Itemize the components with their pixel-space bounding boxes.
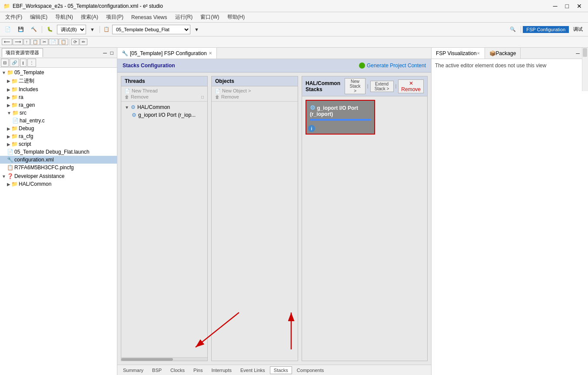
config-arrow[interactable]: ▼ — [191, 26, 202, 33]
fsp-viz-tab[interactable]: FSP Visualization ✕ — [432, 48, 485, 59]
search-btn[interactable]: 🔍 — [507, 25, 519, 33]
config-icon: 🔧 — [7, 157, 13, 163]
project-explorer-tab[interactable]: 项目资源管理器 — [2, 48, 43, 57]
close-btn[interactable]: ✕ — [574, 3, 585, 10]
component-box[interactable]: ⚙ g_ioport I/O Port (r_ioport) i — [306, 100, 375, 135]
debug-btn[interactable]: 🐛 — [44, 25, 56, 33]
tree-label: R7FA6M5BH3CFC.pincfg — [14, 164, 74, 171]
dev-icon: ❓ — [7, 173, 13, 179]
threads-scrollbar[interactable] — [121, 357, 207, 361]
save-btn[interactable]: 💾 — [15, 25, 27, 33]
menu-navigate[interactable]: 导航(N) — [52, 13, 76, 22]
right-panel: FSP Visualization ✕ 📦 Package ─ □ The ac… — [432, 48, 588, 375]
menu-help[interactable]: 帮助(H) — [224, 13, 249, 22]
folder-icon: 📁 — [11, 141, 18, 147]
tree-item-dev-assist[interactable]: ▼ ❓ Developer Assistance — [0, 172, 117, 180]
tab-clocks[interactable]: Clocks — [166, 366, 189, 374]
build-btn[interactable]: 🔨 — [28, 25, 40, 33]
tb2-btn9[interactable]: ✏ — [80, 39, 87, 45]
fsp-config-tab[interactable]: 🔧 [05_Template] FSP Configuration ✕ — [117, 48, 217, 59]
tb2-btn2[interactable]: ⟶ — [13, 39, 23, 45]
maximize-btn[interactable]: □ — [563, 3, 571, 10]
debug-config-dropdown[interactable]: 调试(B) — [57, 25, 86, 34]
menu-edit[interactable]: 编辑(E) — [27, 13, 51, 22]
tb2-btn8[interactable]: ⟳ — [71, 39, 79, 45]
tree-item-ra-gen[interactable]: ▶ 📁 ra_gen — [0, 101, 117, 109]
tb2-btn3[interactable]: ↑ — [23, 39, 30, 45]
remove-stack-btn[interactable]: ✕ Remove — [398, 79, 424, 93]
left-panel-minimize[interactable]: ─ — [101, 50, 109, 56]
new-thread-btn[interactable]: 📄 New Thread — [125, 88, 204, 93]
g-ioport-icon: ⚙ — [132, 112, 136, 118]
tab-pins[interactable]: Pins — [189, 366, 206, 374]
rm-label: Remove — [221, 94, 239, 99]
tab-summary[interactable]: Summary — [119, 366, 147, 374]
tab-bsp[interactable]: BSP — [148, 366, 166, 374]
right-scrollbar[interactable] — [582, 48, 588, 91]
remove-stack-label: Remove — [401, 86, 421, 92]
file-icon: 📄 — [7, 149, 13, 155]
hal-common-item[interactable]: ▼ ⚙ HAL/Common — [123, 103, 206, 111]
info-circle-icon[interactable]: i — [308, 125, 315, 132]
remove-thread-btn[interactable]: 🗑 Remove □ — [125, 94, 204, 99]
tb2-btn5[interactable]: ✂ — [40, 39, 48, 45]
minimize-btn[interactable]: ─ — [551, 3, 560, 10]
collapse-all-btn[interactable]: ⊟ — [1, 59, 9, 67]
component-name: g_ioport I/O Port — [317, 105, 358, 111]
tb2-btn4[interactable]: 📋 — [30, 39, 40, 45]
new-stack-btn[interactable]: New Stack > — [345, 78, 365, 94]
generate-btn[interactable]: Generate Project Content — [359, 62, 426, 69]
package-tab[interactable]: 📦 Package — [485, 48, 521, 59]
tree-item-05template[interactable]: ▼ 📁 05_Template — [0, 69, 117, 76]
tree-item-config-xml[interactable]: 🔧 configuration.xml — [0, 156, 117, 164]
threads-header: Threads — [121, 76, 207, 86]
menu-window[interactable]: 窗口(W) — [197, 13, 223, 22]
tree-item-ra[interactable]: ▶ 📁 ra — [0, 93, 117, 101]
hal-common-arrow: ▼ — [125, 105, 129, 110]
extend-stack-btn[interactable]: Extend Stack > — [370, 81, 394, 92]
tb2-btn1[interactable]: ⟵ — [2, 39, 12, 45]
fsp-config-btn[interactable]: FSP Configuration — [523, 26, 569, 33]
menu-search[interactable]: 搜索(A) — [77, 13, 102, 22]
tree-item-ra-cfg[interactable]: ▶ 📁 ra_cfg — [0, 132, 117, 140]
tree-item-hal-common[interactable]: ▶ 📁 HAL/Common — [0, 180, 117, 188]
link-editor-btn[interactable]: 🔗 — [10, 59, 19, 67]
filter-btn[interactable]: ⫿ — [20, 59, 27, 67]
right-panel-min[interactable]: ─ — [574, 50, 581, 56]
new-object-btn[interactable]: 📄 New Object > — [215, 88, 294, 93]
tab-stacks[interactable]: Stacks — [270, 366, 292, 374]
menu-renesas[interactable]: Renesas Views — [128, 13, 171, 21]
tb2-btn7[interactable]: 📋 — [59, 39, 68, 45]
menu-file[interactable]: 文件(F) — [2, 13, 26, 22]
tree-item-src[interactable]: ▼ 📁 src — [0, 109, 117, 117]
debug-dropdown-arrow[interactable]: ▼ — [87, 26, 98, 33]
component-subname: (r_ioport) — [310, 111, 333, 117]
tab-components[interactable]: Components — [293, 366, 328, 374]
tree-item-debug[interactable]: ▶ 📁 Debug — [0, 125, 117, 132]
view-menu-btn[interactable]: ⋮ — [27, 59, 36, 67]
tree-arrow: ▼ — [2, 70, 6, 75]
menu-run[interactable]: 运行(R) — [172, 13, 196, 22]
divider4 — [70, 39, 70, 46]
tree-item-hal-entry[interactable]: 📄 hal_entry.c — [0, 117, 117, 125]
g-ioport-item[interactable]: ⚙ g_ioport I/O Port (r_iop... — [123, 111, 206, 119]
fsp-viz-close[interactable]: ✕ — [477, 51, 480, 56]
folder-icon: 📁 — [11, 78, 18, 84]
tab-event-links[interactable]: Event Links — [236, 366, 269, 374]
new-btn[interactable]: 📄 — [2, 25, 14, 33]
tb2-btn6[interactable]: 📄 — [49, 39, 58, 45]
tree-item-binary[interactable]: ▶ 📁 二进制 — [0, 76, 117, 86]
remove-object-btn[interactable]: 🗑 Remove — [215, 94, 294, 99]
left-panel-maximize[interactable]: □ — [109, 50, 115, 56]
tree-item-includes[interactable]: ▶ 📁 Includes — [0, 86, 117, 93]
right-scroll-thumb — [583, 48, 587, 57]
tree-item-pincfg[interactable]: 📋 R7FA6M5BH3CFC.pincfg — [0, 164, 117, 171]
tree-item-launch[interactable]: 📄 05_Template Debug_Flat.launch — [0, 148, 117, 156]
menu-project[interactable]: 项目(P) — [103, 13, 127, 22]
tree-item-script[interactable]: ▶ 📁 script — [0, 140, 117, 148]
tab-close-btn[interactable]: ✕ — [209, 51, 212, 56]
tab-interrupts[interactable]: Interrupts — [208, 366, 236, 374]
config-dropdown[interactable]: 05_Template Debug_Flat — [112, 25, 190, 34]
tree-label: 二进制 — [19, 77, 34, 85]
debug-btn2[interactable]: 调试 — [570, 25, 586, 33]
